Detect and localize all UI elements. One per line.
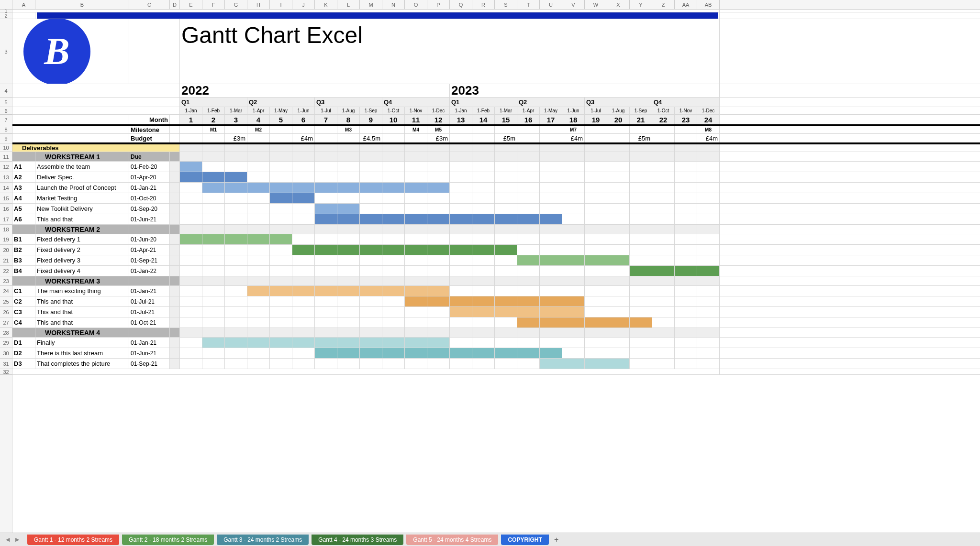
gantt-empty-cell[interactable] bbox=[495, 359, 517, 369]
gantt-bar-cell[interactable] bbox=[315, 214, 337, 224]
gantt-bar-cell[interactable] bbox=[315, 348, 337, 358]
gantt-bar-cell[interactable] bbox=[427, 183, 450, 193]
gantt-empty-cell[interactable] bbox=[585, 193, 607, 203]
gantt-empty-cell[interactable] bbox=[247, 307, 270, 317]
budget-cell[interactable]: £4m bbox=[292, 134, 315, 142]
milestone-cell[interactable]: M5 bbox=[427, 126, 450, 133]
gantt-empty-cell[interactable] bbox=[472, 255, 495, 265]
gantt-empty-cell[interactable] bbox=[675, 204, 697, 214]
gantt-empty-cell[interactable] bbox=[675, 338, 697, 348]
row-32[interactable] bbox=[12, 369, 980, 375]
milestone-cell[interactable]: M1 bbox=[202, 126, 225, 133]
gantt-empty-cell[interactable] bbox=[675, 307, 697, 317]
column-header-E[interactable]: E bbox=[180, 0, 202, 9]
gantt-bar-cell[interactable] bbox=[427, 338, 450, 348]
gantt-empty-cell[interactable] bbox=[697, 317, 720, 328]
row-header-12[interactable]: 12 bbox=[0, 162, 12, 172]
gantt-empty-cell[interactable] bbox=[697, 307, 720, 317]
gantt-empty-cell[interactable] bbox=[652, 255, 675, 265]
row-19[interactable]: B1Fixed delivery 101-Jun-20 bbox=[12, 234, 980, 245]
budget-cell[interactable] bbox=[382, 134, 405, 142]
row-header-25[interactable]: 25 bbox=[0, 296, 12, 307]
row-header-9[interactable]: 9 bbox=[0, 134, 12, 143]
gantt-empty-cell[interactable] bbox=[202, 255, 225, 265]
row-16[interactable]: A5New Toolkit Delivery01-Sep-20 bbox=[12, 204, 980, 214]
gantt-empty-cell[interactable] bbox=[607, 245, 630, 255]
gantt-bar-cell[interactable] bbox=[270, 234, 292, 244]
gantt-empty-cell[interactable] bbox=[450, 317, 472, 328]
gantt-bar-cell[interactable] bbox=[337, 245, 360, 255]
gantt-empty-cell[interactable] bbox=[360, 162, 382, 172]
gantt-empty-cell[interactable] bbox=[292, 296, 315, 306]
gantt-empty-cell[interactable] bbox=[427, 317, 450, 328]
gantt-bar-cell[interactable] bbox=[315, 183, 337, 193]
budget-cell[interactable] bbox=[585, 134, 607, 142]
gantt-empty-cell[interactable] bbox=[607, 307, 630, 317]
gantt-empty-cell[interactable] bbox=[472, 359, 495, 369]
gantt-empty-cell[interactable] bbox=[270, 348, 292, 358]
gantt-bar-cell[interactable] bbox=[540, 348, 562, 358]
gantt-empty-cell[interactable] bbox=[630, 296, 652, 306]
gantt-empty-cell[interactable] bbox=[247, 296, 270, 306]
milestone-cell[interactable]: M8 bbox=[697, 126, 720, 133]
gantt-empty-cell[interactable] bbox=[472, 193, 495, 203]
gantt-empty-cell[interactable] bbox=[652, 172, 675, 182]
gantt-bar-cell[interactable] bbox=[540, 317, 562, 328]
gantt-empty-cell[interactable] bbox=[427, 193, 450, 203]
gantt-empty-cell[interactable] bbox=[562, 348, 585, 358]
gantt-empty-cell[interactable] bbox=[450, 286, 472, 296]
column-header-W[interactable]: W bbox=[585, 0, 607, 9]
row-8[interactable]: MilestoneM1M2M3M4M5M7M8 bbox=[12, 125, 980, 134]
gantt-empty-cell[interactable] bbox=[450, 204, 472, 214]
milestone-cell[interactable]: M7 bbox=[562, 126, 585, 133]
task-due-date[interactable]: 01-Apr-21 bbox=[129, 245, 170, 255]
gantt-bar-cell[interactable] bbox=[585, 255, 607, 265]
gantt-bar-cell[interactable] bbox=[405, 338, 427, 348]
row-header-11[interactable]: 11 bbox=[0, 152, 12, 162]
gantt-empty-cell[interactable] bbox=[630, 348, 652, 358]
gantt-empty-cell[interactable] bbox=[652, 348, 675, 358]
gantt-empty-cell[interactable] bbox=[360, 266, 382, 276]
gantt-empty-cell[interactable] bbox=[382, 172, 405, 182]
gantt-bar-cell[interactable] bbox=[607, 255, 630, 265]
budget-cell[interactable]: £4.5m bbox=[360, 134, 382, 142]
gantt-empty-cell[interactable] bbox=[180, 296, 202, 306]
task-due-date[interactable]: 01-Apr-20 bbox=[129, 172, 170, 182]
gantt-empty-cell[interactable] bbox=[585, 307, 607, 317]
gantt-empty-cell[interactable] bbox=[450, 234, 472, 244]
gantt-empty-cell[interactable] bbox=[540, 183, 562, 193]
gantt-empty-cell[interactable] bbox=[585, 266, 607, 276]
gantt-empty-cell[interactable] bbox=[450, 255, 472, 265]
gantt-bar-cell[interactable] bbox=[562, 296, 585, 306]
gantt-bar-cell[interactable] bbox=[562, 255, 585, 265]
row-header-3[interactable]: 3 bbox=[0, 19, 12, 84]
column-header-M[interactable]: M bbox=[360, 0, 382, 9]
gantt-empty-cell[interactable] bbox=[585, 245, 607, 255]
gantt-bar-cell[interactable] bbox=[292, 193, 315, 203]
row-header-4[interactable]: 4 bbox=[0, 84, 12, 98]
gantt-empty-cell[interactable] bbox=[495, 172, 517, 182]
column-header-Q[interactable]: Q bbox=[450, 0, 472, 9]
row-header-17[interactable]: 17 bbox=[0, 214, 12, 225]
row-29[interactable]: D1Finally01-Jan-21 bbox=[12, 338, 980, 348]
gantt-empty-cell[interactable] bbox=[270, 307, 292, 317]
gantt-bar-cell[interactable] bbox=[382, 286, 405, 296]
gantt-empty-cell[interactable] bbox=[450, 359, 472, 369]
row-25[interactable]: C2This and that01-Jul-21 bbox=[12, 296, 980, 307]
gantt-empty-cell[interactable] bbox=[495, 162, 517, 172]
gantt-bar-cell[interactable] bbox=[405, 286, 427, 296]
milestone-cell[interactable] bbox=[360, 126, 382, 133]
task-due-date[interactable]: 01-Jun-20 bbox=[129, 234, 170, 244]
gantt-empty-cell[interactable] bbox=[225, 162, 247, 172]
gantt-empty-cell[interactable] bbox=[472, 234, 495, 244]
gantt-empty-cell[interactable] bbox=[675, 183, 697, 193]
gantt-empty-cell[interactable] bbox=[562, 183, 585, 193]
gantt-empty-cell[interactable] bbox=[292, 359, 315, 369]
gantt-empty-cell[interactable] bbox=[540, 338, 562, 348]
row-22[interactable]: B4Fixed delivery 401-Jan-22 bbox=[12, 266, 980, 276]
milestone-cell[interactable]: M4 bbox=[405, 126, 427, 133]
gantt-empty-cell[interactable] bbox=[630, 359, 652, 369]
gantt-bar-cell[interactable] bbox=[225, 234, 247, 244]
gantt-empty-cell[interactable] bbox=[652, 183, 675, 193]
gantt-bar-cell[interactable] bbox=[472, 214, 495, 224]
